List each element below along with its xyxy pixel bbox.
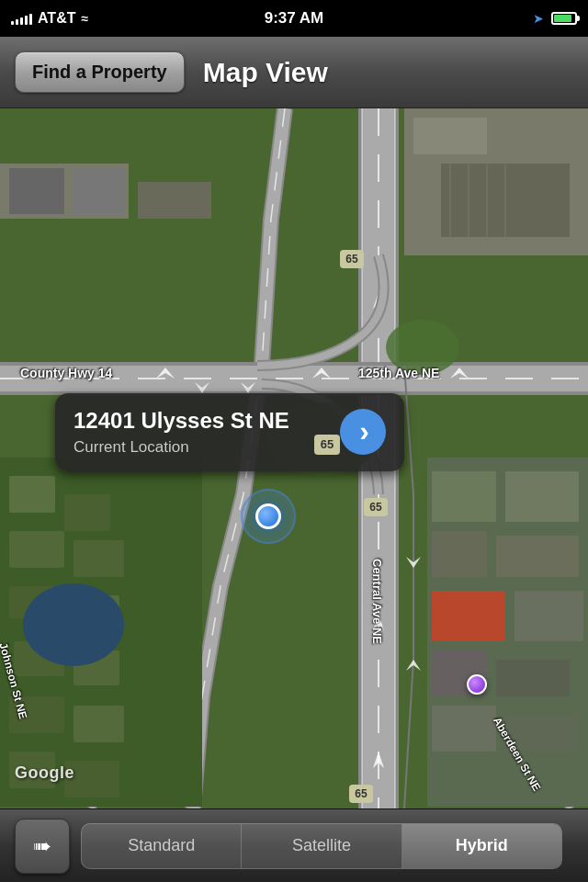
location-arrow-icon: ➠ — [33, 833, 51, 859]
property-pin[interactable] — [467, 674, 487, 695]
map-type-standard[interactable]: Standard — [82, 824, 242, 868]
signal-bar-4 — [25, 16, 28, 25]
svg-rect-33 — [74, 540, 124, 577]
page-title: Map View — [203, 57, 328, 88]
map-type-control: Standard Satellite Hybrid — [81, 823, 562, 869]
svg-rect-31 — [64, 494, 110, 531]
map-container[interactable]: County Hwy 14 125th Ave NE Central Ave N… — [0, 108, 588, 808]
svg-rect-9 — [9, 168, 64, 214]
svg-rect-11 — [138, 182, 211, 219]
svg-rect-45 — [505, 471, 579, 522]
callout-sublabel: Current Location — [74, 438, 325, 457]
svg-point-28 — [386, 320, 459, 375]
svg-rect-30 — [9, 476, 55, 513]
status-bar: AT&T ≈ 9:37 AM ➤ — [0, 0, 588, 37]
my-location-button[interactable]: ➠ — [15, 819, 70, 874]
battery-icon — [551, 12, 577, 25]
signal-bar-3 — [20, 17, 23, 25]
header: Find a Property Map View — [0, 37, 588, 108]
signal-bar-2 — [16, 19, 18, 25]
bottom-toolbar: ➠ Standard Satellite Hybrid — [0, 808, 588, 882]
google-logo: Google — [15, 763, 74, 783]
svg-rect-10 — [74, 168, 124, 214]
callout-route-badge: 65 — [314, 435, 340, 455]
svg-rect-39 — [74, 706, 124, 742]
purple-pin-dot — [467, 674, 487, 695]
svg-point-42 — [23, 583, 124, 666]
current-location-dot — [255, 503, 281, 529]
status-right: ➤ — [533, 11, 577, 26]
carrier-label: AT&T — [38, 10, 75, 27]
route-badge-65-bot: 65 — [349, 785, 373, 803]
svg-rect-46 — [432, 531, 487, 577]
svg-rect-38 — [9, 696, 64, 733]
wifi-icon: ≈ — [81, 11, 88, 26]
callout-text: 12401 Ulysses St NE Current Location — [74, 408, 325, 457]
map-type-hybrid[interactable]: Hybrid — [402, 824, 561, 868]
status-left: AT&T ≈ — [11, 10, 88, 27]
svg-rect-53 — [505, 715, 579, 752]
find-property-button[interactable]: Find a Property — [15, 51, 185, 93]
svg-rect-51 — [496, 660, 570, 696]
info-callout[interactable]: 12401 Ulysses St NE Current Location 65 — [55, 393, 404, 471]
svg-rect-2 — [413, 118, 487, 154]
svg-rect-52 — [432, 706, 496, 752]
location-arrow-icon: ➤ — [533, 11, 544, 26]
signal-bar-5 — [29, 14, 32, 25]
callout-detail-button[interactable] — [340, 409, 386, 455]
battery-fill — [554, 15, 571, 22]
signal-bars — [11, 12, 32, 25]
status-time: 9:37 AM — [265, 9, 324, 28]
location-dot-inner — [255, 503, 281, 529]
svg-rect-48 — [432, 591, 505, 641]
signal-bar-1 — [11, 21, 14, 25]
route-badge-65-top: 65 — [340, 250, 364, 268]
svg-rect-44 — [432, 471, 496, 522]
svg-rect-49 — [514, 591, 583, 641]
map-type-satellite[interactable]: Satellite — [242, 824, 401, 868]
callout-address: 12401 Ulysses St NE — [74, 408, 325, 435]
svg-rect-32 — [9, 531, 64, 568]
route-badge-65-mid: 65 — [364, 498, 388, 516]
svg-rect-47 — [496, 536, 579, 577]
